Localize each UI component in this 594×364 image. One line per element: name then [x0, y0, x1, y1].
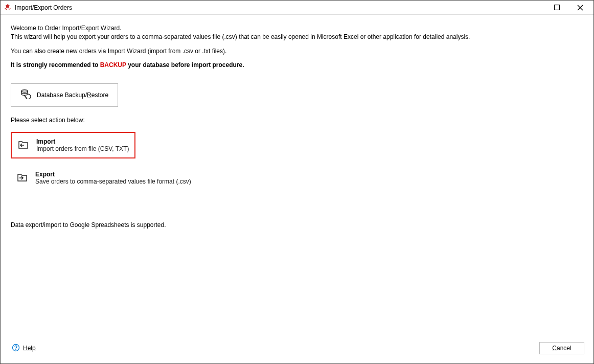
- maximize-button[interactable]: [550, 2, 564, 13]
- export-option[interactable]: Export Save orders to comma-separated va…: [11, 166, 135, 190]
- export-desc: Save orders to comma-separated values fi…: [35, 178, 191, 185]
- intro-block-3: It is strongly recommended to BACKUP you…: [11, 61, 583, 70]
- google-spreadsheets-note: Data export/import to Google Spreadsheet…: [11, 221, 583, 230]
- database-backup-restore-button[interactable]: Database Backup/Restore: [11, 83, 118, 107]
- export-title: Export: [35, 171, 191, 178]
- help-icon: [12, 344, 20, 353]
- titlebar: Import/Export Orders: [1, 1, 593, 15]
- cancel-button[interactable]: Cancel: [539, 342, 584, 354]
- intro-block-1: Welcome to Order Import/Export Wizard. T…: [11, 24, 583, 42]
- backup-suffix: your database before import procedure.: [126, 61, 244, 69]
- help-label: Help: [23, 345, 36, 352]
- intro-block-2: You can also create new orders via Impor…: [11, 47, 583, 56]
- import-icon: [18, 140, 29, 151]
- wizard-content: Welcome to Order Import/Export Wizard. T…: [1, 15, 593, 337]
- import-option[interactable]: Import Import orders from file (CSV, TXT…: [11, 132, 135, 158]
- svg-rect-0: [554, 5, 559, 10]
- import-text: Import Import orders from file (CSV, TXT…: [36, 138, 129, 152]
- close-button[interactable]: [573, 2, 587, 13]
- window-title: Import/Export Orders: [15, 4, 550, 11]
- app-icon: [4, 4, 12, 12]
- database-restore-icon: [20, 89, 32, 101]
- svg-point-3: [21, 90, 28, 92]
- backup-word: BACKUP: [100, 61, 126, 69]
- backup-button-label: Database Backup/Restore: [37, 92, 108, 99]
- import-export-window: Import/Export Orders Welcome to Order Im…: [0, 0, 594, 364]
- intro-line-2: This wizard will help you export your or…: [11, 33, 583, 41]
- backup-prefix: It is strongly recommended to: [11, 61, 100, 69]
- export-text: Export Save orders to comma-separated va…: [35, 171, 191, 185]
- select-action-label: Please select action below:: [11, 116, 583, 125]
- intro-line-3: You can also create new orders via Impor…: [11, 47, 583, 56]
- import-title: Import: [36, 138, 129, 145]
- window-controls: [550, 2, 591, 13]
- import-desc: Import orders from file (CSV, TXT): [36, 145, 129, 152]
- svg-point-5: [15, 349, 16, 350]
- intro-line-1: Welcome to Order Import/Export Wizard.: [11, 24, 583, 33]
- export-icon: [17, 172, 28, 184]
- help-link[interactable]: Help: [12, 344, 36, 353]
- backup-recommendation: It is strongly recommended to BACKUP you…: [11, 61, 583, 70]
- bottom-bar: Help Cancel: [1, 337, 593, 363]
